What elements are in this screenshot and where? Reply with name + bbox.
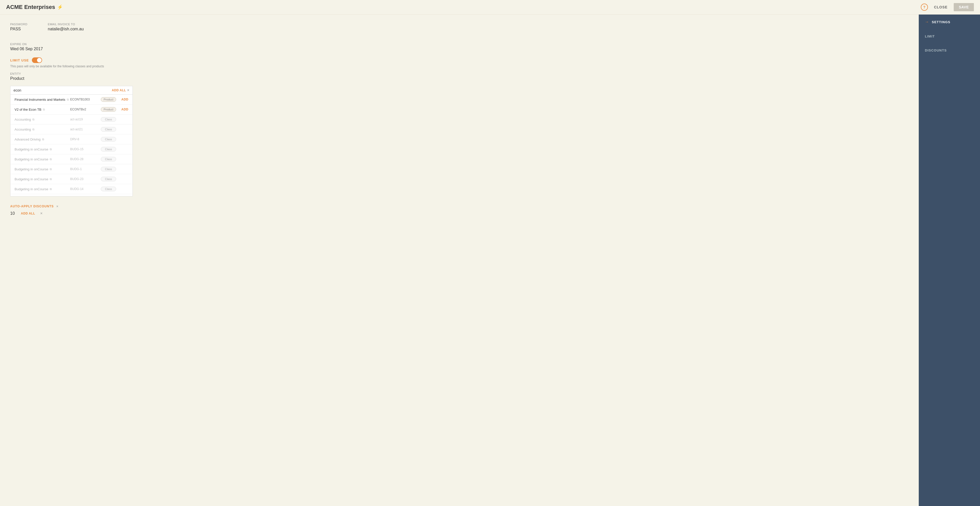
result-list-scroll[interactable]: Accounting ⧉ act-act19 Class ADD Account… (11, 114, 132, 196)
discount-add-all-button[interactable]: ADD ALL (21, 212, 35, 215)
list-result-name-2: Advanced Driving ⧉ (14, 138, 70, 141)
entity-value: Product (10, 76, 908, 81)
list-external-link-icon-1[interactable]: ⧉ (32, 128, 35, 131)
sidebar-item-settings[interactable]: →SETTINGS (919, 14, 980, 29)
list-external-link-icon-0[interactable]: ⧉ (32, 118, 35, 121)
top-result-name-0: Financial Instruments and Markets ⧉ (14, 98, 70, 102)
app-title: ACME Enterprises ⚡ (6, 4, 63, 11)
list-result-row-3: Budgeting in onCourse ⧉ BUDG-15 Class AD… (11, 144, 132, 154)
external-link-icon-1[interactable]: ⧉ (43, 108, 45, 111)
list-external-link-icon-2[interactable]: ⧉ (42, 138, 44, 141)
sidebar-item-label-discounts: DISCOUNTS (925, 48, 947, 52)
list-result-badge-7: Class (101, 187, 116, 191)
auto-apply-section: AUTO-APPLY DISCOUNTS × 10 ADD ALL × (10, 205, 908, 216)
list-result-row-0: Accounting ⧉ act-act19 Class ADD (11, 114, 132, 124)
list-result-code-2: DRV-8 (70, 138, 101, 141)
email-field-group: Email invoice to natalie@ish.com.au (48, 23, 84, 32)
list-result-code-1: act-act21 (70, 127, 101, 131)
top-result-badge-0: Product (101, 97, 116, 102)
top-result-row-0: Financial Instruments and Markets ⧉ ECON… (11, 95, 132, 105)
list-result-badge-0: Class (101, 117, 116, 122)
top-result-name-1: V2 of the Econ TB ⧉ (14, 108, 70, 111)
list-result-row-4: Budgeting in onCourse ⧉ BUDG-28 Class AD… (11, 154, 132, 164)
save-button[interactable]: SAVE (954, 3, 974, 11)
list-result-row-7: Budgeting in onCourse ⧉ BUDG-14 Class AD… (11, 184, 132, 194)
list-result-name-1: Accounting ⧉ (14, 127, 70, 131)
list-result-badge-2: Class (101, 137, 116, 141)
main-content: Password PASS Email invoice to natalie@i… (0, 14, 919, 506)
list-result-badge-4: Class (101, 157, 116, 162)
app-title-text: ACME Enterprises (6, 4, 55, 11)
list-result-name-7: Budgeting in onCourse ⧉ (14, 187, 70, 191)
top-results-section: Financial Instruments and Markets ⧉ ECON… (11, 95, 132, 114)
search-input[interactable] (14, 88, 110, 92)
expire-field-group: Expire on Wed 06 Sep 2017 (10, 43, 908, 51)
add-all-button[interactable]: ADD ALL (112, 89, 126, 92)
search-row: ADD ALL × (10, 86, 133, 95)
results-container: Financial Instruments and Markets ⧉ ECON… (10, 95, 133, 197)
list-result-name-0: Accounting ⧉ (14, 117, 70, 121)
auto-apply-header: AUTO-APPLY DISCOUNTS × (10, 205, 908, 208)
layout: Password PASS Email invoice to natalie@i… (0, 14, 980, 506)
sidebar: →SETTINGSLIMITDISCOUNTS (919, 14, 980, 506)
email-value: natalie@ish.com.au (48, 27, 84, 32)
auto-apply-label: AUTO-APPLY DISCOUNTS (10, 205, 54, 208)
top-result-badge-1: Product (101, 107, 116, 112)
auto-apply-close-button[interactable]: × (56, 205, 58, 208)
email-label: Email invoice to (48, 23, 84, 26)
limit-use-label: LIMIT USE (10, 59, 29, 62)
list-external-link-icon-3[interactable]: ⧉ (50, 148, 52, 151)
list-result-code-6: BUDG-23 (70, 177, 101, 181)
sidebar-arrow-icon: → (925, 20, 929, 24)
password-value: PASS (10, 27, 27, 32)
sidebar-item-limit[interactable]: LIMIT (919, 29, 980, 43)
password-label: Password (10, 23, 27, 26)
list-result-name-3: Budgeting in onCourse ⧉ (14, 148, 70, 151)
top-bar: ACME Enterprises ⚡ ? CLOSE SAVE (0, 0, 980, 14)
close-button[interactable]: CLOSE (932, 4, 950, 10)
list-result-badge-5: Class (101, 167, 116, 171)
top-result-add-btn-0[interactable]: ADD (119, 98, 128, 101)
discount-row: 10 ADD ALL × (10, 211, 908, 216)
top-result-row-1: V2 of the Econ TB ⧉ ECONTBv2 Product ADD (11, 105, 132, 114)
list-external-link-icon-5[interactable]: ⧉ (50, 168, 52, 171)
password-field-group: Password PASS (10, 23, 27, 32)
list-result-row-5: Budgeting in onCourse ⧉ BUDG-1 Class ADD (11, 164, 132, 174)
top-result-code-1: ECONTBv2 (70, 108, 101, 111)
clear-search-button[interactable]: × (127, 88, 129, 92)
list-result-row-2: Advanced Driving ⧉ DRV-8 Class ADD (11, 135, 132, 144)
list-result-badge-1: Class (101, 127, 116, 132)
list-result-row-1: Accounting ⧉ act-act21 Class ADD (11, 124, 132, 135)
list-external-link-icon-4[interactable]: ⧉ (50, 158, 52, 161)
sidebar-item-label-settings: SETTINGS (932, 20, 950, 24)
list-result-row-6: Budgeting in onCourse ⧉ BUDG-23 Class AD… (11, 174, 132, 184)
password-email-row: Password PASS Email invoice to natalie@i… (10, 23, 908, 38)
app-title-icon: ⚡ (57, 4, 63, 10)
list-external-link-icon-6[interactable]: ⧉ (50, 178, 52, 181)
list-result-code-7: BUDG-14 (70, 187, 101, 191)
list-result-badge-6: Class (101, 177, 116, 181)
list-result-badge-3: Class (101, 147, 116, 151)
expire-value: Wed 06 Sep 2017 (10, 47, 908, 51)
list-result-row-8: Budgeting in onCourse ⧉ BUDG-12 Class AD… (11, 194, 132, 196)
list-result-name-4: Budgeting in onCourse ⧉ (14, 157, 70, 161)
limit-use-description: This pass will only be available for the… (10, 65, 908, 68)
list-result-code-0: act-act19 (70, 117, 101, 121)
discount-value: 10 (10, 211, 15, 216)
external-link-icon-0[interactable]: ⧉ (67, 98, 69, 101)
expire-label: Expire on (10, 43, 908, 46)
discount-row-close-button[interactable]: × (40, 211, 43, 216)
limit-use-toggle[interactable] (32, 57, 42, 63)
sidebar-item-discounts[interactable]: DISCOUNTS (919, 43, 980, 57)
entity-label: Entity (10, 72, 908, 75)
top-result-code-0: ECONTB1003 (70, 98, 101, 101)
list-result-name-5: Budgeting in onCourse ⧉ (14, 167, 70, 171)
list-result-code-5: BUDG-1 (70, 167, 101, 171)
top-bar-actions: ? CLOSE SAVE (921, 3, 974, 11)
list-result-code-3: BUDG-15 (70, 148, 101, 151)
list-external-link-icon-7[interactable]: ⧉ (50, 187, 52, 191)
sidebar-item-label-limit: LIMIT (925, 35, 935, 38)
list-result-name-6: Budgeting in onCourse ⧉ (14, 177, 70, 181)
help-icon[interactable]: ? (921, 3, 928, 11)
top-result-add-btn-1[interactable]: ADD (119, 108, 128, 111)
